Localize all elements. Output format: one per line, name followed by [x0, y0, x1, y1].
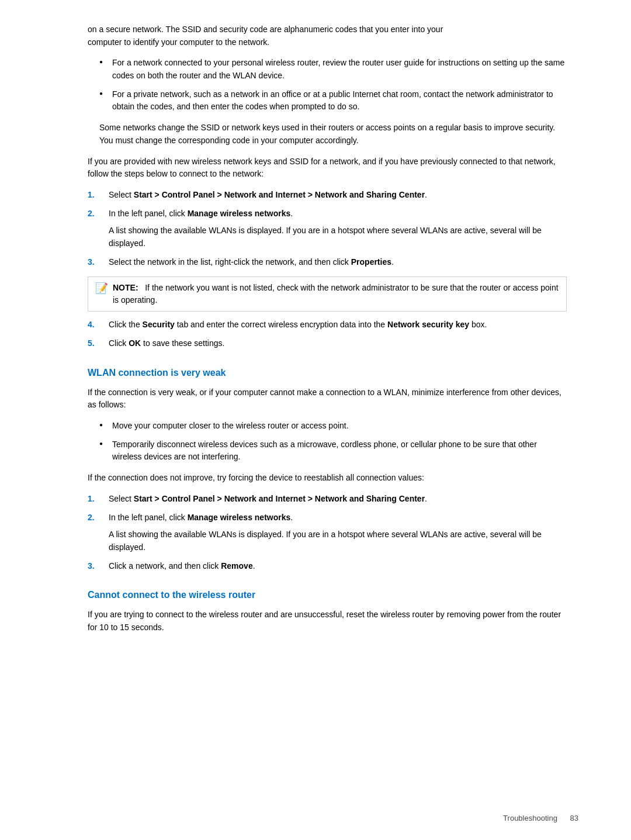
list-item: For a network connected to your personal… [99, 57, 567, 82]
note-label: NOTE: [113, 283, 138, 292]
step-number: 3. [88, 560, 109, 573]
note-box: 📝 NOTE: If the network you want is not l… [88, 276, 567, 312]
wlan-bullet-list: Move your computer closer to the wireles… [99, 420, 567, 464]
step-number: 1. [88, 493, 109, 506]
intro-text: on a secure network. The SSID and securi… [88, 25, 443, 34]
wlan-bullet2: Temporarily disconnect wireless devices … [112, 440, 537, 462]
list-item: Move your computer closer to the wireles… [99, 420, 567, 433]
if-connection-text: If the connection does not improve, try … [88, 472, 567, 485]
cannot-connect-heading: Cannot connect to the wireless router [88, 590, 567, 600]
list-item: For a private network, such as a network… [99, 88, 567, 113]
wlan-steps-list: 1. Select Start > Control Panel > Networ… [88, 493, 567, 572]
step-3: 3. Select the network in the list, right… [88, 256, 567, 269]
bullet1-text: For a network connected to your personal… [112, 58, 564, 80]
step-number: 2. [88, 208, 109, 250]
cannot-connect-text: If you are trying to connect to the wire… [88, 609, 567, 634]
step-number: 4. [88, 319, 109, 331]
bullet2-text: For a private network, such as a network… [112, 89, 553, 112]
note-content: NOTE: If the network you want is not lis… [113, 282, 559, 306]
step-number: 2. [88, 511, 109, 554]
steps-list-1: 1. Select Start > Control Panel > Networ… [88, 189, 567, 268]
page: on a secure network. The SSID and securi… [0, 0, 631, 840]
content-area: on a secure network. The SSID and securi… [88, 23, 567, 634]
step-indent: A list showing the available WLANs is di… [109, 528, 567, 554]
footer: Troubleshooting 83 [503, 814, 578, 822]
step-2: 2. In the left panel, click Manage wirel… [88, 208, 567, 250]
wlan-bullet1: Move your computer closer to the wireles… [112, 421, 349, 430]
step-indent: A list showing the available WLANs is di… [109, 224, 567, 250]
bullet-list-1: For a network connected to your personal… [99, 57, 567, 113]
step-text: Click OK to save these settings. [109, 337, 567, 350]
step-number: 5. [88, 337, 109, 350]
step-text: Select Start > Control Panel > Network a… [109, 189, 567, 202]
page-number: 83 [570, 814, 578, 822]
wlan-intro: If the connection is very weak, or if yo… [88, 386, 567, 412]
footer-label: Troubleshooting [503, 814, 557, 822]
wlan-step-2: 2. In the left panel, click Manage wirel… [88, 511, 567, 554]
step-text: Select Start > Control Panel > Network a… [109, 493, 567, 506]
step-number: 3. [88, 256, 109, 269]
step-text: Select the network in the list, right-cl… [109, 256, 567, 269]
step-1: 1. Select Start > Control Panel > Networ… [88, 189, 567, 202]
note-icon: 📝 [95, 282, 108, 295]
intro-paragraph: on a secure network. The SSID and securi… [88, 23, 567, 49]
wlan-step-3: 3. Click a network, and then click Remov… [88, 560, 567, 573]
step-text: In the left panel, click Manage wireless… [109, 511, 567, 554]
step-text: Click a network, and then click Remove. [109, 560, 567, 573]
step-number: 1. [88, 189, 109, 202]
step-4: 4. Click the Security tab and enter the … [88, 319, 567, 331]
if-provided-text: If you are provided with new wireless ne… [88, 155, 567, 181]
steps-list-2: 4. Click the Security tab and enter the … [88, 319, 567, 350]
note-text: If the network you want is not listed, c… [113, 283, 559, 305]
step-text: Click the Security tab and enter the cor… [109, 319, 567, 331]
intro-text2: computer to identify your computer to th… [88, 37, 269, 47]
step-text: In the left panel, click Manage wireless… [109, 208, 567, 250]
wlan-step-1: 1. Select Start > Control Panel > Networ… [88, 493, 567, 506]
indented-note: Some networks change the SSID or network… [99, 122, 567, 147]
wlan-section-heading: WLAN connection is very weak [88, 368, 567, 378]
step-5: 5. Click OK to save these settings. [88, 337, 567, 350]
list-item: Temporarily disconnect wireless devices … [99, 438, 567, 464]
